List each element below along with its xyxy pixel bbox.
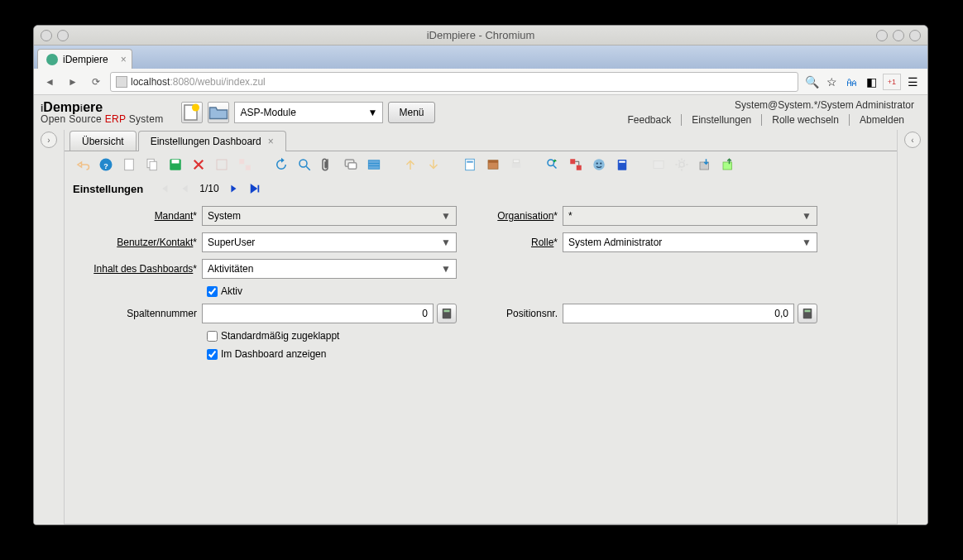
search-icon[interactable]: [295, 155, 314, 175]
svg-rect-10: [239, 159, 244, 164]
field-mandant[interactable]: System ▼: [202, 206, 457, 226]
link-preferences[interactable]: Einstellungen: [682, 114, 762, 126]
svg-text:?: ?: [103, 162, 108, 170]
window-menu-icon[interactable]: [41, 30, 52, 41]
import-icon[interactable]: [718, 155, 738, 175]
svg-rect-22: [512, 163, 521, 168]
window-minimize-icon[interactable]: [876, 30, 888, 41]
grid-icon[interactable]: [364, 155, 384, 175]
checkbox-active[interactable]: [207, 286, 218, 297]
svg-rect-23: [513, 160, 520, 163]
svg-rect-11: [246, 165, 251, 170]
print-icon: [506, 155, 526, 175]
extension-icon[interactable]: ◧: [863, 74, 879, 90]
field-column[interactable]: [202, 304, 434, 323]
detail-icon: [424, 155, 443, 175]
new-record-button[interactable]: [181, 102, 203, 123]
new-icon[interactable]: [119, 155, 139, 175]
calculator-icon[interactable]: [798, 304, 817, 323]
field-role[interactable]: System Administrator ▼: [563, 232, 817, 252]
bookmark-icon[interactable]: ☆: [823, 74, 840, 90]
attachment-icon[interactable]: [318, 155, 338, 175]
back-button[interactable]: ◄: [41, 73, 59, 91]
link-change-role[interactable]: Rolle wechseln: [762, 114, 850, 126]
tab-overview[interactable]: Übersicht: [69, 131, 137, 151]
report-icon[interactable]: [460, 155, 480, 175]
toolbar: ?: [65, 151, 897, 178]
tab-settings-dashboard[interactable]: Einstellungen Dashboard ×: [138, 131, 286, 151]
calculator-icon[interactable]: [437, 304, 457, 323]
archive-icon[interactable]: [483, 155, 503, 175]
module-select-value: ASP-Module: [240, 107, 295, 118]
help-icon[interactable]: ?: [96, 155, 116, 175]
window-pin-icon[interactable]: [57, 30, 69, 41]
url-input[interactable]: localhost:8080/webui/index.zul: [110, 72, 798, 92]
menu-icon[interactable]: ☰: [904, 74, 921, 90]
field-role-value: System Administrator: [568, 237, 662, 248]
reload-button[interactable]: ⟳: [87, 73, 105, 91]
tab-label: Übersicht: [82, 136, 124, 147]
refresh-icon[interactable]: [271, 155, 291, 175]
field-user[interactable]: SuperUser ▼: [202, 232, 457, 252]
window-close-icon[interactable]: [909, 30, 921, 41]
field-position[interactable]: [563, 304, 794, 323]
label-active: Aktiv: [221, 285, 242, 297]
form: Mandant* System ▼ Organisation* * ▼: [65, 199, 897, 373]
last-record-button[interactable]: [247, 181, 262, 196]
app-header: iDempiere Open Source ERP System ASP-Mod…: [34, 95, 927, 130]
chevron-down-icon: ▼: [441, 210, 451, 222]
gear-icon: [672, 155, 692, 175]
label-organisation: Organisation*: [470, 210, 563, 222]
first-record-button: [156, 181, 171, 196]
page-icon: [116, 76, 127, 88]
link-feedback[interactable]: Feedback: [617, 114, 682, 126]
tab-label: Einstellungen Dashboard: [151, 136, 261, 147]
active-workflow-icon[interactable]: [566, 155, 586, 175]
header-links: Feedback Einstellungen Rolle wechseln Ab…: [617, 114, 914, 126]
gplus-icon[interactable]: +1: [883, 74, 901, 90]
checkbox-show[interactable]: [207, 349, 218, 360]
requery-icon: [235, 155, 255, 175]
browser-tab-active[interactable]: iDempiere ×: [37, 49, 132, 69]
svg-rect-18: [466, 159, 475, 170]
copy-icon[interactable]: [142, 155, 162, 175]
label-show: Im Dashboard anzeigen: [221, 348, 326, 360]
next-record-button[interactable]: [226, 181, 241, 196]
module-select[interactable]: ASP-Module ▼: [234, 102, 383, 123]
zoom-across-icon[interactable]: [543, 155, 563, 175]
label-role: Rolle*: [470, 237, 563, 248]
window-maximize-icon[interactable]: [893, 30, 904, 41]
prev-record-button: [178, 181, 193, 196]
main-panel: Übersicht Einstellungen Dashboard × ?: [64, 130, 898, 524]
export-icon[interactable]: [695, 155, 715, 175]
chat-icon[interactable]: [341, 155, 361, 175]
svg-point-28: [596, 162, 598, 164]
pager-title: Einstellungen: [73, 183, 143, 195]
input-position[interactable]: [568, 308, 788, 319]
product-info-icon[interactable]: [612, 155, 632, 175]
menu-button[interactable]: Menü: [388, 102, 434, 123]
checkbox-collapsed[interactable]: [207, 331, 218, 342]
expand-left-icon[interactable]: ›: [41, 132, 57, 148]
translate-icon[interactable]: 🗛: [843, 74, 860, 90]
open-button[interactable]: [208, 102, 229, 123]
forward-button[interactable]: ►: [64, 73, 82, 91]
window-title: iDempiere - Chromium: [427, 29, 535, 41]
expand-right-icon[interactable]: ‹: [904, 132, 921, 148]
delete-icon[interactable]: [189, 155, 208, 175]
input-column[interactable]: [208, 308, 428, 319]
request-icon[interactable]: [589, 155, 609, 175]
close-icon[interactable]: ×: [268, 136, 274, 147]
browser-toolbar: ◄ ► ⟳ localhost:8080/webui/index.zul 🔍 ☆…: [34, 69, 927, 95]
zoom-icon[interactable]: 🔍: [803, 74, 820, 90]
field-user-value: SuperUser: [208, 237, 255, 248]
svg-point-1: [192, 104, 199, 112]
chevron-down-icon: ▼: [441, 237, 451, 248]
svg-rect-9: [217, 160, 227, 170]
field-organisation[interactable]: * ▼: [563, 206, 817, 226]
field-content[interactable]: Aktivitäten ▼: [202, 259, 457, 279]
link-logout[interactable]: Abmelden: [850, 114, 914, 126]
save-icon[interactable]: [165, 155, 185, 175]
close-icon[interactable]: ×: [121, 54, 127, 65]
new-tab-button[interactable]: [132, 49, 165, 69]
